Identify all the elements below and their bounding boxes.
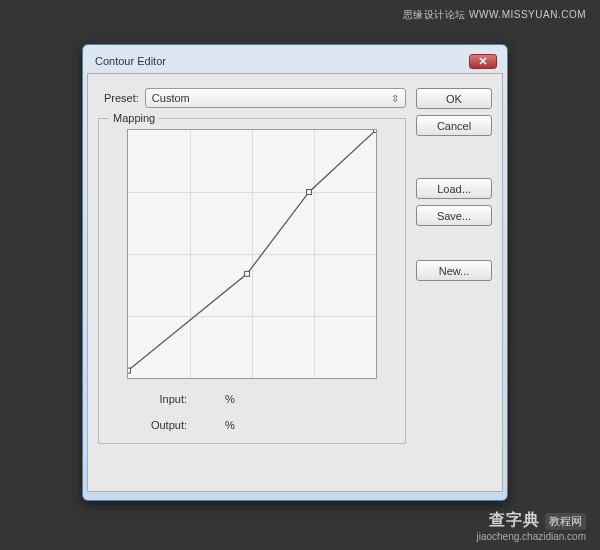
output-unit: % — [225, 419, 235, 431]
window-title: Contour Editor — [95, 55, 166, 67]
spacer — [416, 232, 492, 254]
close-button[interactable] — [469, 54, 497, 69]
watermark-tag: 教程网 — [545, 513, 586, 530]
curve-handle[interactable] — [128, 368, 130, 373]
contour-editor-window: Contour Editor Preset: Custom ⇳ Mapping — [82, 44, 508, 501]
watermark-brand: 查字典 — [489, 511, 540, 528]
titlebar: Contour Editor — [87, 49, 503, 73]
input-row: Input: % — [127, 393, 397, 405]
curve-handle[interactable] — [245, 271, 250, 276]
client-area: Preset: Custom ⇳ Mapping — [87, 73, 503, 492]
preset-label: Preset: — [104, 92, 139, 104]
output-row: Output: % — [127, 419, 397, 431]
watermark-bottom: 查字典 教程网 jiaocheng.chazidian.com — [476, 510, 586, 542]
load-button[interactable]: Load... — [416, 178, 492, 199]
input-label: Input: — [127, 393, 187, 405]
curve-handle[interactable] — [374, 130, 376, 132]
preset-value: Custom — [152, 92, 190, 104]
save-button[interactable]: Save... — [416, 205, 492, 226]
contour-graph[interactable] — [127, 129, 377, 379]
new-button[interactable]: New... — [416, 260, 492, 281]
input-unit: % — [225, 393, 235, 405]
cancel-button[interactable]: Cancel — [416, 115, 492, 136]
curve-handle[interactable] — [307, 190, 312, 195]
select-arrows-icon: ⇳ — [391, 93, 399, 104]
right-column: OK Cancel Load... Save... New... — [416, 88, 492, 477]
mapping-fieldset: Mapping Input: % — [98, 118, 406, 444]
output-label: Output: — [127, 419, 187, 431]
spacer — [416, 142, 492, 172]
preset-row: Preset: Custom ⇳ — [98, 88, 406, 108]
curve-points — [128, 130, 376, 378]
left-column: Preset: Custom ⇳ Mapping — [98, 88, 406, 477]
close-icon — [478, 56, 488, 66]
ok-button[interactable]: OK — [416, 88, 492, 109]
watermark-url: jiaocheng.chazidian.com — [476, 531, 586, 542]
mapping-label: Mapping — [109, 112, 159, 124]
watermark-top: 思缘设计论坛 WWW.MISSYUAN.COM — [403, 8, 586, 22]
preset-select[interactable]: Custom ⇳ — [145, 88, 406, 108]
